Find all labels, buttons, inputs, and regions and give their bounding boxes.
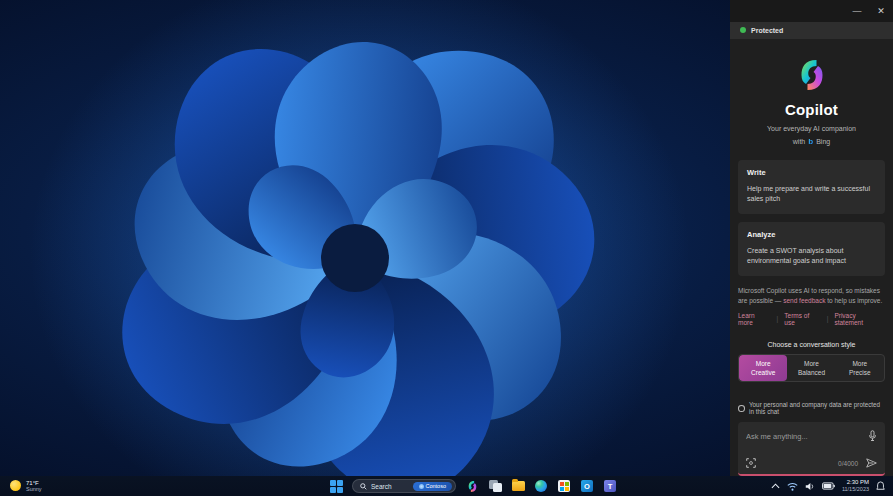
data-protection-note: Your personal and company data are prote… (730, 401, 893, 415)
suggestion-card-write[interactable]: Write Help me prepare and write a succes… (738, 160, 885, 214)
search-box[interactable]: Search Contoso (352, 479, 456, 493)
privacy-statement-link[interactable]: Privacy statement (834, 312, 885, 326)
teams-icon[interactable]: T (603, 479, 617, 493)
copilot-brand: Copilot Your everyday AI companion with … (730, 57, 893, 146)
taskbar: 71°F Sunny Search Contoso (0, 476, 893, 496)
link-separator: | (777, 315, 779, 322)
weather-widget[interactable]: 71°F Sunny (0, 480, 42, 493)
terms-of-use-link[interactable]: Terms of use (784, 312, 820, 326)
with-bing-line: with b Bing (793, 137, 830, 146)
screenshot-icon[interactable] (746, 458, 756, 468)
send-feedback-link[interactable]: send feedback (783, 297, 825, 304)
clock-time: 2:30 PM (842, 479, 869, 486)
battery-icon[interactable] (822, 482, 835, 490)
badge-label: Contoso (426, 483, 447, 489)
minimize-button[interactable]: — (845, 0, 869, 22)
with-label: with (793, 138, 805, 145)
copilot-tagline: Your everyday AI companion (767, 125, 856, 132)
bing-logo-icon: b (808, 137, 813, 146)
chat-input-box: 0/4000 (738, 422, 885, 476)
legal-links: Learn more | Terms of use | Privacy stat… (730, 306, 893, 326)
card-title: Analyze (747, 230, 876, 239)
close-button[interactable]: ✕ (869, 0, 893, 22)
protected-label: Protected (751, 27, 783, 34)
notification-bell-icon[interactable] (876, 481, 885, 491)
search-highlight-badge[interactable]: Contoso (413, 482, 453, 491)
copilot-title: Copilot (785, 101, 838, 118)
style-more-balanced-button[interactable]: More Balanced (787, 355, 835, 381)
protected-status-bar: Protected (730, 22, 893, 39)
panel-titlebar: — ✕ (730, 0, 893, 22)
weather-condition: Sunny (26, 486, 42, 492)
weather-temperature: 71°F (26, 480, 42, 487)
link-separator: | (827, 315, 829, 322)
card-body: Help me prepare and write a successful s… (747, 184, 876, 204)
style-more-precise-button[interactable]: More Precise (836, 355, 884, 381)
conversation-style-toggle: More Creative More Balanced More Precise (738, 354, 885, 382)
badge-logo-icon (419, 484, 424, 489)
copilot-panel: — ✕ Protected Copilot Your (730, 0, 893, 476)
file-explorer-icon[interactable] (511, 479, 525, 493)
chat-input[interactable] (746, 432, 868, 441)
suggestion-card-analyze[interactable]: Analyze Create a SWOT analysis about env… (738, 222, 885, 276)
style-label-line2: Balanced (787, 368, 835, 378)
clock-date: 11/15/2023 (842, 486, 869, 492)
copilot-logo-icon (794, 57, 830, 93)
style-label-line1: More (836, 359, 884, 369)
character-counter: 0/4000 (838, 460, 858, 467)
microsoft-store-icon[interactable] (557, 479, 571, 493)
style-label-line1: More (739, 359, 787, 369)
start-button[interactable] (330, 480, 343, 493)
card-title: Write (747, 168, 876, 177)
ai-disclaimer: Microsoft Copilot uses AI to respond, so… (730, 276, 893, 306)
shield-icon (738, 405, 745, 412)
send-icon[interactable] (866, 458, 877, 468)
style-label-line1: More (787, 359, 835, 369)
microphone-icon[interactable] (868, 430, 877, 442)
tray-chevron-up-icon[interactable] (771, 483, 780, 489)
sun-icon (10, 480, 21, 491)
volume-icon[interactable] (805, 482, 815, 491)
wifi-icon[interactable] (787, 482, 798, 491)
screen: — ✕ Protected Copilot Your (0, 0, 893, 496)
style-label-line2: Creative (739, 368, 787, 378)
suggestion-cards: Write Help me prepare and write a succes… (730, 146, 893, 277)
style-more-creative-button[interactable]: More Creative (739, 355, 787, 381)
search-placeholder: Search (371, 483, 409, 490)
taskbar-copilot-icon[interactable] (465, 479, 479, 493)
bloom-wallpaper-art (0, 0, 731, 476)
disclaimer-text-suffix: to help us improve. (825, 297, 882, 304)
clock[interactable]: 2:30 PM 11/15/2023 (842, 479, 869, 492)
taskbar-center: Search Contoso O T (330, 476, 617, 496)
search-icon (360, 483, 367, 490)
edge-browser-icon[interactable] (534, 479, 548, 493)
protected-status-icon (740, 27, 746, 33)
bing-label: Bing (816, 138, 830, 145)
data-protection-text: Your personal and company data are prote… (749, 401, 885, 415)
style-label-line2: Precise (836, 368, 884, 378)
task-view-icon[interactable] (488, 479, 502, 493)
card-body: Create a SWOT analysis about environment… (747, 246, 876, 266)
system-tray: 2:30 PM 11/15/2023 (771, 476, 893, 496)
learn-more-link[interactable]: Learn more (738, 312, 771, 326)
conversation-style-heading: Choose a conversation style (730, 341, 893, 348)
outlook-icon[interactable]: O (580, 479, 594, 493)
